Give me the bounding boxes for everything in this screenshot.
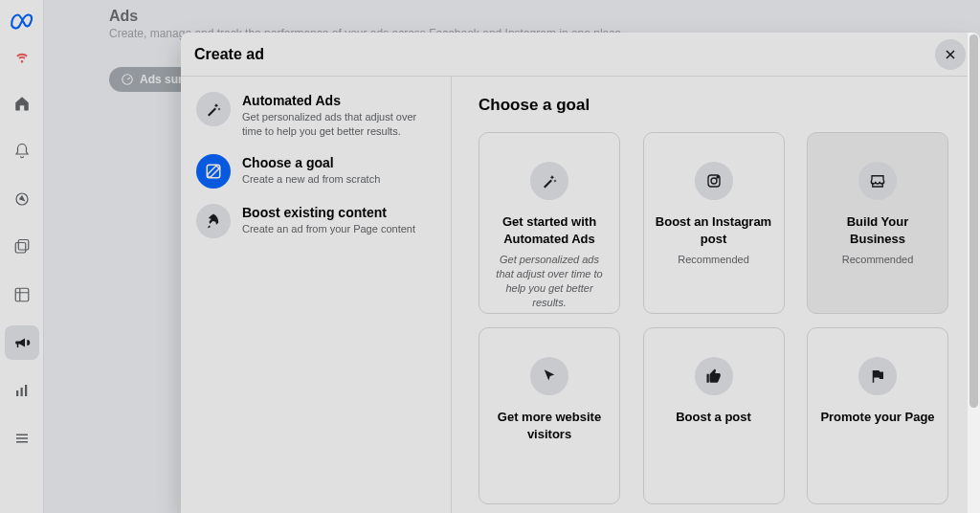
modal-scrollbar-thumb[interactable]	[969, 34, 978, 408]
modal-scrollbar[interactable]	[968, 33, 980, 513]
modal-scrim	[0, 0, 980, 513]
